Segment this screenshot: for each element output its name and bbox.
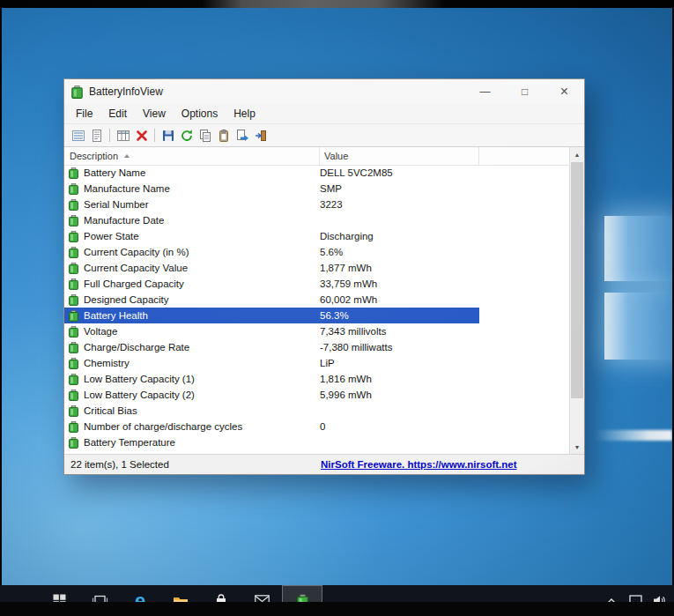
table-row[interactable]: Manufacture Date (64, 212, 479, 228)
table-row[interactable]: Battery Health 56.3% (64, 308, 479, 323)
cell-description: Charge/Discharge Rate (84, 342, 315, 353)
toolbar-separator (154, 129, 155, 142)
table-row[interactable]: Chemistry LiP (64, 355, 479, 371)
cell-value: SMP (315, 183, 342, 194)
copy-button[interactable] (196, 126, 214, 145)
monitor-photo: BatteryInfoView — □ × File Edit View Opt… (0, 0, 674, 616)
battery-icon (69, 405, 78, 417)
battery-info-icon (71, 129, 85, 143)
battery-icon (69, 421, 78, 433)
table-row[interactable]: Full Charged Capacity 33,759 mWh (64, 276, 479, 292)
monitor-bezel-bottom (0, 602, 674, 616)
refresh-button[interactable] (177, 126, 196, 145)
scroll-down-icon[interactable]: ▼ (570, 440, 584, 454)
cell-description: Serial Number (84, 199, 315, 210)
table-row[interactable]: Critical Bias (64, 403, 479, 419)
nirsoft-link[interactable]: NirSoft Freeware. https://www.nirsoft.ne… (321, 459, 517, 470)
description-column-label: Description (70, 151, 118, 161)
cell-description: Current Capacity (in %) (84, 247, 315, 257)
cell-description: Low Battery Capacity (1) (84, 374, 315, 384)
battery-icon (69, 294, 78, 306)
table-row[interactable]: Designed Capacity 60,002 mWh (64, 292, 479, 308)
cell-value: 56.3% (315, 310, 349, 321)
battery-icon (69, 247, 78, 258)
cell-value: 0 (315, 421, 325, 432)
table-row[interactable]: Low Battery Capacity (1) 1,816 mWh (64, 371, 479, 387)
battery-info-button[interactable] (69, 126, 87, 145)
table-row[interactable]: Voltage 7,343 millivolts (64, 323, 479, 339)
table-row[interactable]: Charge/Discharge Rate -7,380 milliwatts (64, 339, 479, 355)
wallpaper-window-pane (604, 216, 672, 281)
cell-description: Chemistry (84, 358, 315, 368)
battery-icon (69, 342, 78, 353)
table-row[interactable]: Low Battery Capacity (2) 5,996 mWh (64, 387, 479, 403)
save-icon (161, 129, 175, 143)
menu-file[interactable]: File (68, 106, 100, 122)
cell-value: -7,380 milliwatts (315, 342, 392, 353)
menu-view[interactable]: View (135, 106, 174, 122)
table-row[interactable]: Current Capacity Value 1,877 mWh (64, 260, 479, 276)
table-row[interactable]: Manufacture Name SMP (64, 181, 479, 197)
close-button[interactable]: × (544, 79, 584, 104)
battery-icon (69, 310, 78, 322)
report-button[interactable] (87, 126, 106, 145)
list-header: Description Value (64, 147, 569, 166)
cell-description: Current Capacity Value (84, 263, 315, 273)
cell-description: Power State (84, 231, 315, 241)
battery-icon (69, 231, 78, 242)
minimize-button[interactable]: — (465, 79, 505, 104)
column-header-description[interactable]: Description (64, 147, 320, 165)
table-row[interactable]: Power State Discharging (64, 228, 479, 244)
cell-value: 33,759 mWh (315, 278, 377, 289)
save-button[interactable] (159, 126, 177, 145)
scrollbar-thumb[interactable] (571, 162, 583, 398)
titlebar[interactable]: BatteryInfoView — □ × (64, 79, 584, 104)
wallpaper-light-streak (595, 430, 672, 441)
battery-icon (69, 183, 78, 195)
exit-button[interactable] (251, 126, 270, 145)
menu-bar: File Edit View Options Help (64, 104, 584, 123)
column-header-value[interactable]: Value (320, 147, 479, 165)
export-button[interactable] (233, 126, 251, 145)
table-row[interactable]: Battery Temperature (64, 434, 479, 450)
cell-value: 7,343 millivolts (315, 326, 386, 337)
table-row[interactable]: Current Capacity (in %) 5.6% (64, 244, 479, 260)
choose-columns-button[interactable] (114, 126, 132, 145)
window-title: BatteryInfoView (89, 85, 163, 98)
table-row[interactable]: Serial Number 3223 (64, 197, 479, 212)
menu-edit[interactable]: Edit (100, 106, 135, 122)
cell-description: Voltage (84, 326, 315, 337)
battery-icon (69, 390, 78, 401)
cell-description: Number of charge/discharge cycles (84, 421, 315, 432)
cell-description: Battery Temperature (84, 437, 315, 448)
delete-button[interactable] (132, 126, 151, 145)
battery-properties-list: Description Value (64, 147, 584, 454)
cell-value: DELL 5VC2M85 (315, 167, 393, 178)
table-row[interactable]: Number of charge/discharge cycles 0 (64, 419, 479, 434)
maximize-button[interactable]: □ (505, 79, 544, 104)
cell-description: Critical Bias (84, 405, 315, 416)
battery-icon (69, 358, 78, 369)
report-icon (90, 129, 104, 143)
window-controls: — □ × (465, 79, 584, 104)
menu-help[interactable]: Help (226, 106, 263, 122)
batteryinfoview-window: BatteryInfoView — □ × File Edit View Opt… (63, 78, 585, 475)
battery-icon (69, 199, 78, 211)
battery-app-icon (71, 85, 83, 99)
refresh-icon (180, 129, 194, 143)
table-row[interactable]: Battery Name DELL 5VC2M85 (64, 165, 479, 181)
menu-options[interactable]: Options (174, 106, 226, 122)
battery-icon (69, 374, 78, 385)
delete-icon (135, 129, 149, 143)
wallpaper-window-pane (604, 293, 672, 360)
clipboard-button[interactable] (214, 126, 233, 145)
cell-value: 1,877 mWh (315, 263, 372, 273)
copy-icon (198, 129, 212, 143)
exit-icon (254, 129, 268, 143)
vertical-scrollbar[interactable]: ▲ ▼ (569, 147, 584, 454)
value-column-label: Value (324, 151, 348, 161)
cell-value: 3223 (315, 199, 343, 210)
status-bar: 22 item(s), 1 Selected NirSoft Freeware.… (64, 454, 584, 474)
scroll-up-icon[interactable]: ▲ (570, 147, 584, 161)
monitor-bezel-top (0, 0, 674, 8)
